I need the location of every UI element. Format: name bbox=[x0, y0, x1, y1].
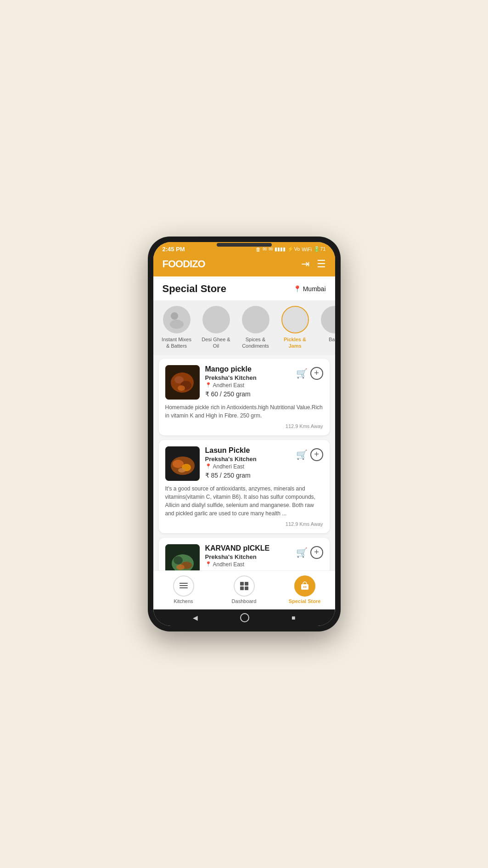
message-icon: ✉ bbox=[263, 246, 267, 252]
svg-point-3 bbox=[202, 306, 230, 333]
product-actions-mango: 🛒 + bbox=[296, 365, 323, 400]
nav-kitchens[interactable]: Kitchens bbox=[168, 575, 200, 604]
nav-label-dashboard: Dashboard bbox=[232, 598, 257, 604]
header-icons: ⇥ ☰ bbox=[301, 258, 326, 270]
product-desc-lasun: It's a good source of antioxidants, anzy… bbox=[165, 485, 323, 518]
location-name: Mumbai bbox=[303, 285, 326, 293]
menu-icon[interactable]: ☰ bbox=[317, 258, 326, 270]
location-display: 📍 Mumbai bbox=[293, 285, 326, 293]
category-bake[interactable]: Bake bbox=[319, 306, 335, 349]
product-location-text-karvand: Andheri East bbox=[213, 561, 245, 568]
svg-point-6 bbox=[321, 306, 335, 333]
trash-icon: 🗑 bbox=[256, 247, 261, 252]
category-label-spices: Spices & Condiments bbox=[240, 336, 272, 349]
category-pickles[interactable]: Pickles & Jams bbox=[279, 306, 311, 349]
battery-icon: 🔋71 bbox=[314, 246, 325, 252]
app-logo: FOODIZO bbox=[163, 258, 205, 270]
product-card-karvand: KARVAND pICKLE Preksha's Kitchen 📍 Andhe… bbox=[159, 538, 330, 570]
product-distance-lasun: 112.9 Kms Away bbox=[165, 521, 323, 527]
product-info-karvand: KARVAND pICKLE Preksha's Kitchen 📍 Andhe… bbox=[205, 544, 291, 570]
product-info-lasun: Lasun Pickle Preksha's Kitchen 📍 Andheri… bbox=[205, 446, 291, 481]
product-name-mango: Mango pickle bbox=[205, 365, 291, 373]
product-info-mango: Mango pickle Preksha's Kitchen 📍 Andheri… bbox=[205, 365, 291, 400]
product-image-karvand bbox=[165, 544, 200, 570]
nav-special-store[interactable]: Special Store bbox=[289, 575, 321, 604]
product-location-karvand: 📍 Andheri East bbox=[205, 561, 291, 568]
nav-dashboard[interactable]: Dashboard bbox=[228, 575, 260, 604]
phone-screen: 2:45 PM 🗑 ✉ ✉ ▮▮▮▮ ⚡Vo WiFi 🔋71 FOODIZO … bbox=[153, 242, 335, 626]
category-label-desi-ghee: Desi Ghee & Oil bbox=[200, 336, 232, 349]
login-icon[interactable]: ⇥ bbox=[301, 258, 309, 270]
category-icon-desi-ghee bbox=[202, 306, 230, 333]
product-kitchen-lasun: Preksha's Kitchen bbox=[205, 456, 291, 462]
categories-strip: Instant Mixes & Batters Desi Ghee & Oil bbox=[153, 300, 335, 355]
add-btn-group-lasun: 🛒 + bbox=[296, 448, 323, 461]
category-icon-instant-mixes bbox=[163, 306, 191, 333]
category-icon-pickles bbox=[281, 306, 309, 333]
add-button-lasun[interactable]: + bbox=[310, 448, 323, 461]
category-instant-mixes[interactable]: Instant Mixes & Batters bbox=[161, 306, 193, 349]
svg-point-11 bbox=[178, 385, 185, 391]
app-header: FOODIZO ⇥ ☰ bbox=[153, 254, 335, 276]
cart-icon-lasun[interactable]: 🛒 bbox=[296, 449, 308, 460]
category-spices[interactable]: Spices & Condiments bbox=[240, 306, 272, 349]
product-kitchen-karvand: Preksha's Kitchen bbox=[205, 553, 291, 560]
cart-icon-karvand[interactable]: 🛒 bbox=[296, 547, 308, 558]
product-location-lasun: 📍 Andheri East bbox=[205, 463, 291, 470]
product-actions-karvand: 🛒 + bbox=[296, 544, 323, 570]
svg-rect-23 bbox=[179, 585, 188, 586]
add-btn-group-karvand: 🛒 + bbox=[296, 546, 323, 559]
product-desc-mango: Homemade pickle rich in Antioxidents.hig… bbox=[165, 403, 323, 420]
location-pin-lasun: 📍 bbox=[205, 463, 212, 469]
product-top-karvand: KARVAND pICKLE Preksha's Kitchen 📍 Andhe… bbox=[165, 544, 323, 570]
cart-icon-mango[interactable]: 🛒 bbox=[296, 368, 308, 379]
page-header: Special Store 📍 Mumbai bbox=[153, 276, 335, 300]
nav-icon-special-store bbox=[294, 575, 315, 597]
svg-rect-26 bbox=[240, 582, 244, 586]
product-image-lasun bbox=[165, 446, 200, 481]
product-distance-mango: 112.9 Kms Away bbox=[165, 423, 323, 429]
main-content: Special Store 📍 Mumbai Inst bbox=[153, 276, 335, 570]
bottom-nav: Kitchens Dashboard bbox=[153, 570, 335, 609]
product-image-mango bbox=[165, 365, 200, 400]
back-button[interactable]: ◀ bbox=[193, 614, 198, 621]
product-card-mango-pickle: Mango pickle Preksha's Kitchen 📍 Andheri… bbox=[159, 359, 330, 435]
add-button-karvand[interactable]: + bbox=[310, 546, 323, 559]
product-top-lasun: Lasun Pickle Preksha's Kitchen 📍 Andheri… bbox=[165, 446, 323, 481]
location-pin-karvand: 📍 bbox=[205, 561, 212, 567]
product-price-mango: ₹ 60 / 250 gram bbox=[205, 390, 291, 398]
recent-button[interactable]: ■ bbox=[292, 614, 295, 621]
add-button-mango[interactable]: + bbox=[310, 367, 323, 380]
product-location-text-lasun: Andheri East bbox=[213, 463, 245, 470]
page-title: Special Store bbox=[163, 283, 226, 295]
wifi-icon: ⚡Vo bbox=[287, 246, 300, 252]
product-actions-lasun: 🛒 + bbox=[296, 446, 323, 481]
svg-rect-28 bbox=[240, 586, 244, 590]
home-button[interactable] bbox=[240, 613, 249, 622]
svg-rect-30 bbox=[301, 584, 309, 590]
svg-point-32 bbox=[305, 586, 306, 588]
nav-icon-dashboard bbox=[234, 575, 255, 597]
svg-rect-27 bbox=[245, 582, 248, 586]
wifi2-icon: WiFi bbox=[302, 247, 312, 252]
product-name-lasun: Lasun Pickle bbox=[205, 446, 291, 455]
category-label-pickles: Pickles & Jams bbox=[279, 336, 311, 349]
message2-icon: ✉ bbox=[269, 246, 273, 252]
product-price-lasun: ₹ 85 / 250 gram bbox=[205, 472, 291, 479]
svg-rect-29 bbox=[245, 586, 248, 590]
svg-point-16 bbox=[178, 468, 185, 473]
product-name-karvand: KARVAND pICKLE bbox=[205, 544, 291, 552]
category-icon-bake bbox=[321, 306, 335, 333]
category-icon-spices bbox=[242, 306, 269, 333]
svg-point-31 bbox=[303, 586, 304, 588]
nav-label-special-store: Special Store bbox=[289, 598, 321, 604]
svg-point-21 bbox=[176, 564, 185, 570]
phone-bottom-bar: ◀ ■ bbox=[153, 609, 335, 626]
svg-rect-25 bbox=[179, 583, 181, 584]
category-desi-ghee[interactable]: Desi Ghee & Oil bbox=[200, 306, 232, 349]
category-label-bake: Bake bbox=[329, 336, 335, 343]
svg-point-19 bbox=[174, 556, 183, 564]
product-kitchen-mango: Preksha's Kitchen bbox=[205, 374, 291, 381]
products-list: Mango pickle Preksha's Kitchen 📍 Andheri… bbox=[153, 355, 335, 570]
phone-notch bbox=[217, 243, 272, 247]
